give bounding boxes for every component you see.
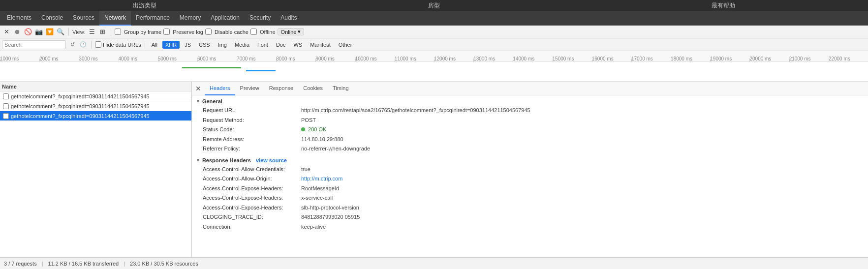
filter-all-button[interactable]: All	[149, 41, 160, 49]
request-url-value: http://m.ctrip.com/restapi/soa2/16765/ge…	[301, 106, 530, 115]
tab-timing[interactable]: Timing	[328, 82, 354, 95]
response-header-row-3: Access-Control-Expose-Headers: x-service…	[196, 194, 864, 202]
tab-headers[interactable]: Headers	[205, 82, 235, 95]
view-source-link[interactable]: view source	[256, 157, 287, 163]
hide-data-urls-checkbox[interactable]	[95, 41, 101, 48]
clock-filter-button[interactable]: 🕐	[79, 40, 88, 49]
ruler-tick: 8000 ms	[276, 56, 295, 61]
top-title-right: 最有帮助	[579, 0, 868, 11]
origin-link[interactable]: http://m.ctrip.com	[301, 176, 342, 181]
response-header-row-2: Access-Control-Expose-Headers: RootMessa…	[196, 184, 864, 193]
close-devtools-button[interactable]: ✕	[2, 28, 11, 36]
response-header-val-5: 84812887993020 05915	[301, 213, 360, 221]
timeline-bar-area	[0, 62, 868, 82]
status-bar: 3 / 7 requests | 11.2 KB / 16.5 KB trans…	[0, 257, 868, 269]
preserve-log-checkbox[interactable]	[163, 29, 170, 35]
tab-preview[interactable]: Preview	[235, 82, 264, 95]
ruler-tick: 10000 ms	[355, 56, 377, 61]
headers-content: ▼ General Request URL: http://m.ctrip.co…	[192, 95, 868, 235]
tab-console[interactable]: Console	[36, 11, 68, 26]
preserve-log-label[interactable]: Preserve log	[163, 29, 203, 35]
response-header-key-0: Access-Control-Allow-Credentials:	[203, 165, 301, 174]
clear-button[interactable]: 🚫	[24, 28, 32, 36]
filter-manifest-button[interactable]: Manifest	[307, 41, 334, 49]
tab-performance[interactable]: Performance	[131, 11, 175, 26]
tab-elements[interactable]: Elements	[2, 11, 36, 26]
ruler-tick: 21000 ms	[789, 56, 811, 61]
response-header-row-5: CLOGGING_TRACE_ID: 84812887993020 05915	[196, 213, 864, 221]
referrer-policy-value: no-referrer-when-downgrade	[301, 145, 370, 153]
devtools-tab-bar: Elements Console Sources Network Perform…	[0, 11, 868, 26]
filter-media-button[interactable]: Media	[232, 41, 252, 49]
online-badge[interactable]: Online ▾	[278, 28, 305, 35]
record-button[interactable]: ⏺	[13, 28, 22, 36]
offline-label[interactable]: Offline	[250, 29, 276, 35]
status-code-value: 200 OK	[301, 125, 326, 134]
tab-application[interactable]: Application	[206, 11, 245, 26]
filter-bar: ↺ 🕐 Hide data URLs All XHR JS CSS Img Me…	[0, 38, 868, 51]
camera-button[interactable]: 📷	[34, 28, 43, 36]
ruler-tick: 9000 ms	[315, 56, 334, 61]
response-header-row-6: Connection: keep-alive	[196, 223, 864, 231]
filter-separator2	[145, 41, 145, 49]
response-header-row-1: Access-Control-Allow-Origin: http://m.ct…	[196, 175, 864, 183]
referrer-policy-key: Referrer Policy:	[203, 145, 301, 153]
network-list-header: Name	[0, 82, 191, 91]
ruler-tick: 12000 ms	[434, 56, 456, 61]
response-headers-section-header[interactable]: ▼ Response Headers view source	[196, 157, 864, 163]
filter-img-button[interactable]: Img	[215, 41, 230, 49]
filter-js-button[interactable]: JS	[182, 41, 194, 49]
tab-security[interactable]: Security	[245, 11, 276, 26]
tab-sources[interactable]: Sources	[68, 11, 99, 26]
network-toolbar: ✕ ⏺ 🚫 📷 🔽 🔍 View: ☰ ⊞ Group by frame Pre…	[0, 26, 868, 38]
item-checkbox-2[interactable]	[3, 113, 9, 119]
tab-audits[interactable]: Audits	[276, 11, 302, 26]
triangle-icon: ▼	[196, 99, 200, 104]
tab-memory[interactable]: Memory	[175, 11, 206, 26]
toolbar-separator2	[111, 28, 111, 36]
close-panel-button[interactable]: ✕	[194, 84, 203, 93]
search-button[interactable]: 🔍	[56, 28, 65, 36]
group-by-frame-label[interactable]: Group by frame	[115, 29, 161, 35]
group-by-frame-checkbox[interactable]	[115, 29, 121, 35]
network-item[interactable]: gethotelcomment?_fxpcqlniredt=0903114421…	[0, 91, 191, 101]
disable-cache-checkbox[interactable]	[205, 29, 212, 35]
view-label: View:	[72, 29, 86, 35]
filter-ws-button[interactable]: WS	[290, 41, 305, 49]
view-list-button[interactable]: ☰	[88, 28, 96, 36]
ruler-tick: 14000 ms	[513, 56, 534, 61]
tab-cookies[interactable]: Cookies	[298, 82, 328, 95]
network-item-selected[interactable]: gethotelcomment?_fxpcqlniredt=0903114421…	[0, 111, 191, 121]
filter-button[interactable]: 🔽	[45, 28, 54, 36]
status-code-key: Status Code:	[203, 125, 301, 134]
response-header-key-1: Access-Control-Allow-Origin:	[203, 175, 301, 183]
filter-css-button[interactable]: CSS	[196, 41, 213, 49]
ruler-tick: 7000 ms	[237, 56, 255, 61]
hide-data-urls-label[interactable]: Hide data URLs	[95, 41, 141, 48]
transferred-size: 11.2 KB / 16.5 KB transferred	[48, 261, 119, 267]
resources-size: 23.0 KB / 30.5 KB resources	[130, 261, 198, 267]
item-checkbox-0[interactable]	[3, 93, 9, 99]
filter-xhr-button[interactable]: XHR	[162, 41, 180, 49]
main-layout: Name gethotelcomment?_fxpcqlniredt=09031…	[0, 82, 868, 257]
response-header-key-2: Access-Control-Expose-Headers:	[203, 184, 301, 193]
tab-response[interactable]: Response	[264, 82, 299, 95]
offline-checkbox[interactable]	[250, 29, 257, 35]
view-large-button[interactable]: ⊞	[98, 28, 107, 36]
ruler-tick: 2000 ms	[39, 56, 58, 61]
disable-cache-label[interactable]: Disable cache	[205, 29, 248, 35]
ruler-tick: 19000 ms	[710, 56, 732, 61]
item-checkbox-1[interactable]	[3, 103, 9, 109]
filter-font-button[interactable]: Font	[254, 41, 271, 49]
filter-other-button[interactable]: Other	[336, 41, 355, 49]
refresh-filter-button[interactable]: ↺	[68, 40, 77, 49]
general-section-header[interactable]: ▼ General	[196, 98, 864, 104]
network-item[interactable]: gethotelcomment?_fxpcqlniredt=0903114421…	[0, 101, 191, 111]
status-code-row: Status Code: 200 OK	[196, 125, 864, 134]
search-input[interactable]	[2, 40, 66, 49]
tab-network[interactable]: Network	[99, 11, 131, 26]
chevron-down-icon: ▾	[298, 29, 301, 35]
filter-doc-button[interactable]: Doc	[273, 41, 289, 49]
referrer-policy-row: Referrer Policy: no-referrer-when-downgr…	[196, 145, 864, 153]
ruler-tick: 13000 ms	[473, 56, 495, 61]
